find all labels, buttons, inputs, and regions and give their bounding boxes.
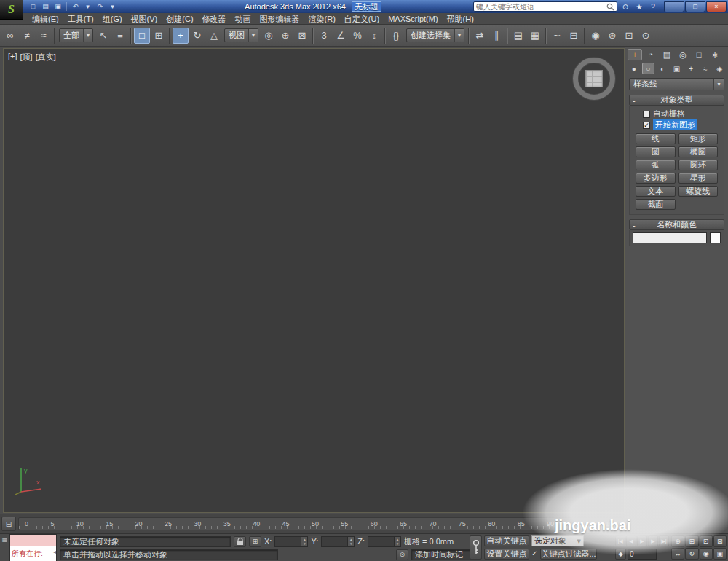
communication-center-icon[interactable]: ⊙ — [620, 1, 631, 12]
spinner-down-icon[interactable]: ▾ — [301, 541, 307, 546]
next-frame-button[interactable]: ▶ — [648, 536, 658, 546]
donut-button[interactable]: 圆环 — [678, 160, 719, 170]
start-new-shape-checkbox[interactable]: ✓ — [643, 122, 650, 129]
menu-maxscript[interactable]: MAXScript(M) — [384, 13, 442, 25]
search-icon[interactable] — [606, 3, 614, 11]
graphite-ribbon-icon[interactable]: ▦ — [527, 28, 543, 44]
tab-hierarchy[interactable]: ▤ — [660, 49, 674, 60]
dropdown-arrow-icon[interactable]: ▾ — [454, 29, 464, 42]
maxscript-mini-listener[interactable]: 所有在行: ◂ — [9, 534, 57, 561]
previous-frame-button[interactable]: ◀ — [626, 536, 636, 546]
dropdown-arrow-icon[interactable]: ▾ — [577, 536, 581, 546]
go-to-start-button[interactable]: |◀ — [615, 536, 625, 546]
zoom-icon[interactable]: ⊕ — [671, 536, 684, 547]
cat-shapes[interactable]: ○ — [642, 63, 655, 74]
text-button[interactable]: 文本 — [636, 186, 676, 197]
select-and-move-icon[interactable]: + — [173, 28, 189, 44]
open-file-icon[interactable]: ▤ — [40, 1, 51, 12]
dropdown-arrow-icon[interactable]: ▾ — [713, 79, 724, 90]
shape-category-dropdown[interactable]: 样条线 ▾ — [629, 78, 724, 90]
autogrid-checkbox[interactable] — [643, 111, 650, 118]
orbit-icon[interactable]: ↻ — [685, 548, 698, 560]
menu-group[interactable]: 组(G) — [98, 13, 127, 25]
star-button[interactable]: 星形 — [678, 173, 719, 184]
minimize-button[interactable]: — — [664, 1, 684, 12]
cat-geometry[interactable]: ● — [628, 63, 641, 74]
select-and-manipulate-icon[interactable]: ⊕ — [277, 28, 293, 44]
unlink-selection-icon[interactable]: ≠ — [19, 28, 35, 44]
rectangular-selection-region-icon[interactable]: □ — [134, 28, 150, 44]
save-file-icon[interactable]: ▣ — [52, 1, 63, 12]
macro-recorder-line[interactable] — [10, 535, 56, 546]
mini-curve-editor-button[interactable]: ⊟ — [1, 517, 16, 531]
curve-editor-icon[interactable]: ∼ — [549, 28, 565, 44]
start-new-shape-label[interactable]: 开始新图形 — [653, 119, 697, 130]
render-production-icon[interactable]: ⊙ — [638, 28, 654, 44]
selection-lock-icon[interactable] — [234, 536, 246, 547]
spinner-down-icon[interactable]: ▾ — [348, 541, 354, 546]
select-object-icon[interactable]: ↖ — [95, 28, 111, 44]
help-icon[interactable]: ? — [647, 1, 659, 12]
polygon-button[interactable]: 多边形 — [636, 173, 676, 184]
menu-edit[interactable]: 编辑(E) — [28, 13, 63, 25]
rendered-frame-window-icon[interactable]: ⊡ — [621, 28, 637, 44]
align-icon[interactable]: ∥ — [488, 28, 505, 44]
object-name-field[interactable] — [633, 232, 707, 243]
redo-icon[interactable]: ↷ — [95, 1, 106, 12]
current-frame-field[interactable] — [628, 549, 656, 559]
tab-modify[interactable]: ◔ — [644, 49, 658, 60]
absolute-offset-mode-icon[interactable]: ⊞ — [249, 536, 261, 547]
menu-create[interactable]: 创建(C) — [162, 13, 197, 25]
auto-key-button[interactable]: 自动关键点 — [484, 536, 529, 546]
cat-helpers[interactable]: + — [684, 63, 697, 74]
object-type-rollout-header[interactable]: - 对象类型 — [629, 95, 724, 106]
redo-dropdown-icon[interactable]: ▾ — [107, 1, 118, 12]
tab-display[interactable]: □ — [692, 49, 706, 60]
time-tag-icon[interactable]: ⊙ — [396, 549, 408, 560]
selection-filter-dropdown[interactable]: 全部 ▾ — [59, 28, 93, 42]
material-editor-icon[interactable]: ◉ — [587, 28, 604, 44]
menu-views[interactable]: 视图(V) — [127, 13, 162, 25]
bind-to-space-warp-icon[interactable]: ≈ — [36, 28, 52, 44]
viewport-menu-label[interactable]: [+] — [8, 52, 17, 63]
key-filters-button[interactable]: 关键点过滤器... — [540, 549, 597, 560]
menu-modifiers[interactable]: 修改器 — [198, 13, 231, 25]
search-box[interactable] — [473, 1, 617, 12]
viewcube[interactable] — [573, 58, 615, 100]
select-and-link-icon[interactable]: ∞ — [2, 28, 18, 44]
helix-button[interactable]: 螺旋线 — [678, 186, 719, 197]
tab-utilities[interactable]: ∗ — [708, 49, 722, 60]
autogrid-label[interactable]: 自动栅格 — [653, 109, 685, 119]
circle-button[interactable]: 圆 — [636, 146, 676, 157]
z-coordinate-field[interactable] — [368, 537, 394, 546]
object-color-swatch[interactable] — [710, 232, 721, 243]
viewport-pov-label[interactable]: [顶] — [20, 52, 33, 63]
cat-cameras[interactable]: ▣ — [670, 63, 684, 74]
zoom-extents-icon[interactable]: ⊡ — [700, 536, 713, 547]
search-input[interactable] — [476, 3, 606, 11]
pan-icon[interactable]: ↔ — [671, 548, 684, 560]
arc-button[interactable]: 弧 — [636, 160, 676, 170]
time-ruler[interactable]: 0 5 10 15 20 25 30 35 40 45 50 55 60 65 … — [18, 517, 623, 530]
listener-line[interactable]: 所有在行: ◂ — [10, 546, 56, 561]
zoom-region-icon[interactable]: ⊠ — [713, 536, 727, 547]
undo-icon[interactable]: ↶ — [70, 1, 81, 12]
maximize-button[interactable]: □ — [685, 1, 705, 12]
select-and-rotate-icon[interactable]: ↻ — [189, 28, 205, 44]
zoom-all-icon[interactable]: ⊞ — [685, 536, 698, 547]
dropdown-arrow-icon[interactable]: ▾ — [83, 29, 92, 42]
rectangle-button[interactable]: 矩形 — [678, 133, 719, 144]
name-color-rollout-header[interactable]: - 名称和颜色 — [629, 219, 724, 230]
listener-resize-handle[interactable]: ◂ — [53, 549, 56, 555]
named-selection-dropdown[interactable]: 创建选择集 ▾ — [406, 28, 464, 42]
menu-animation[interactable]: 动画 — [231, 13, 256, 25]
select-by-name-icon[interactable]: ≡ — [112, 28, 128, 44]
keyboard-shortcut-override-icon[interactable]: ⊠ — [294, 28, 310, 44]
spinner-icon[interactable]: ▴ ▾ — [347, 537, 354, 546]
mini-listener-options-icon[interactable]: ▦ — [2, 536, 8, 543]
spinner-icon[interactable]: ▴ ▾ — [301, 537, 307, 546]
tab-create[interactable]: + — [628, 49, 642, 60]
go-to-end-button[interactable]: ▶| — [659, 536, 669, 546]
schematic-view-icon[interactable]: ⊟ — [566, 28, 582, 44]
favorites-icon[interactable]: ★ — [633, 1, 645, 12]
